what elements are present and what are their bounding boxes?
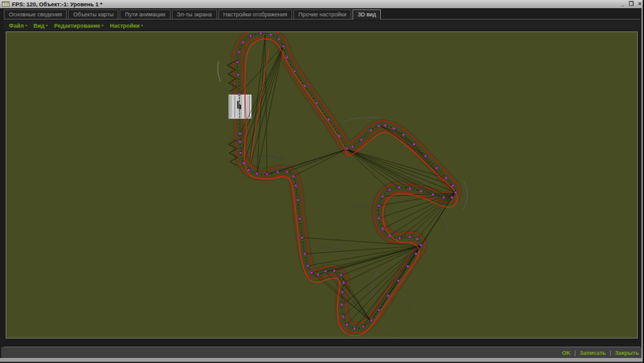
restore-button[interactable]: ❐ bbox=[629, 0, 634, 8]
titlebar: FPS: 120, Объект:-1: Уровень 1 * _ ❐ × bbox=[0, 0, 644, 8]
dropdown-caret-icon: * bbox=[101, 23, 103, 29]
scene-svg bbox=[6, 32, 637, 338]
menu-view[interactable]: Вид* bbox=[30, 23, 51, 29]
tab-bar: Основные сведения Объекты карты Пути ани… bbox=[4, 9, 640, 20]
tab-screen-elements[interactable]: Эл-ты экрана bbox=[172, 9, 217, 19]
app-window: FPS: 120, Объект:-1: Уровень 1 * _ ❐ × О… bbox=[0, 0, 644, 363]
dropdown-caret-icon: * bbox=[25, 23, 27, 29]
menu-settings[interactable]: Настройки* bbox=[106, 23, 146, 29]
footer-button-bar: OK | Записать | Закрыть bbox=[1, 347, 643, 358]
tab-3d-view[interactable]: 3D вид bbox=[353, 9, 381, 20]
button-separator: | bbox=[574, 350, 575, 356]
button-separator: | bbox=[609, 350, 611, 356]
menu-file[interactable]: Файл* bbox=[6, 23, 30, 29]
tab-display-settings[interactable]: Настройки отображения bbox=[218, 9, 293, 19]
close-window-button[interactable]: × bbox=[638, 0, 641, 8]
menu-bar: Файл* Вид* Редактирование* Настройки* bbox=[4, 21, 640, 30]
tab-map-objects[interactable]: Объекты карты bbox=[68, 9, 118, 19]
dropdown-caret-icon: * bbox=[141, 23, 143, 29]
window-title: FPS: 120, Объект:-1: Уровень 1 * bbox=[12, 1, 103, 8]
menu-edit[interactable]: Редактирование* bbox=[51, 23, 106, 29]
tab-animation-paths[interactable]: Пути анимации bbox=[120, 9, 170, 19]
save-button[interactable]: Записать bbox=[580, 350, 606, 356]
ok-button[interactable]: OK bbox=[562, 350, 571, 356]
dropdown-caret-icon: * bbox=[46, 23, 48, 29]
app-icon bbox=[2, 1, 9, 7]
tab-general-info[interactable]: Основные сведения bbox=[4, 9, 67, 19]
viewport-3d[interactable] bbox=[6, 31, 638, 338]
close-button[interactable]: Закрыть bbox=[615, 350, 639, 356]
window-controls: _ ❐ × bbox=[621, 0, 641, 8]
minimize-button[interactable]: _ bbox=[621, 0, 624, 8]
tab-other-settings[interactable]: Прочие настройки bbox=[293, 9, 351, 19]
